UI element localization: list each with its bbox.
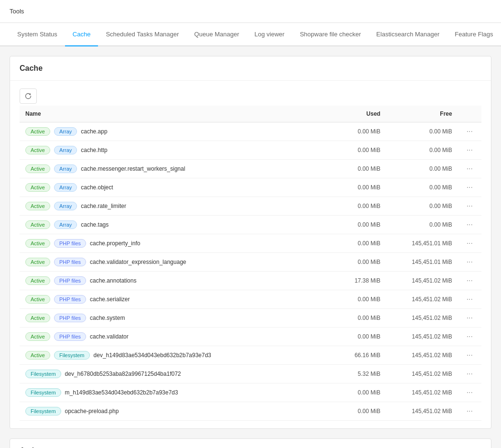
cell-used-15: 0.00 MiB [329, 402, 386, 421]
cell-actions-2: ··· [458, 160, 481, 178]
cell-actions-0: ··· [458, 122, 481, 141]
cell-used-0: 0.00 MiB [329, 122, 386, 141]
cell-actions-15: ··· [458, 402, 481, 421]
cache-card: Cache Name Used Free [10, 56, 491, 429]
cell-name-6: ActivePHP filescache.property_info [20, 234, 329, 253]
cell-free-3: 0.00 MiB [386, 178, 458, 197]
cache-entry-name: cache.validator_expression_language [90, 259, 186, 265]
cache-entry-name: cache.http [81, 147, 107, 153]
row-menu-button[interactable]: ··· [464, 331, 476, 342]
row-menu-button[interactable]: ··· [464, 126, 476, 137]
row-menu-button[interactable]: ··· [464, 387, 476, 398]
cell-actions-13: ··· [458, 365, 481, 383]
badge-active: Active [25, 332, 50, 341]
row-menu-button[interactable]: ··· [464, 182, 476, 193]
row-menu-button[interactable]: ··· [464, 369, 476, 379]
col-header-used: Used [329, 106, 386, 122]
row-menu-button[interactable]: ··· [464, 275, 476, 286]
table-row: ActiveArraycache.app0.00 MiB0.00 MiB··· [20, 122, 481, 141]
cell-free-10: 145,451.02 MiB [386, 309, 458, 328]
row-menu-button[interactable]: ··· [464, 257, 476, 267]
cell-used-8: 17.38 MiB [329, 272, 386, 290]
badge-type: Filesystem [54, 351, 90, 360]
row-menu-button[interactable]: ··· [464, 145, 476, 155]
top-nav-title: Tools [10, 8, 24, 15]
toolbar [20, 88, 481, 104]
tab-log-viewer[interactable]: Log viewer [247, 23, 292, 46]
cell-free-1: 0.00 MiB [386, 141, 458, 160]
cache-entry-name: dev_h149d83ae534d043ebd632b2b7a93e7d3 [94, 352, 211, 359]
badge-type: PHP files [54, 332, 86, 341]
badge-active: Active [25, 239, 50, 248]
row-menu-button[interactable]: ··· [464, 219, 476, 230]
cell-free-5: 0.00 MiB [386, 216, 458, 234]
tab-scheduled-tasks[interactable]: Scheduled Tasks Manager [98, 23, 186, 46]
row-menu-button[interactable]: ··· [464, 201, 476, 211]
cell-used-10: 0.00 MiB [329, 309, 386, 328]
cell-used-9: 0.00 MiB [329, 290, 386, 309]
cell-actions-4: ··· [458, 197, 481, 216]
cache-entry-name: cache.object [81, 184, 113, 191]
cell-name-5: ActiveArraycache.tags [20, 216, 329, 234]
cell-name-3: ActiveArraycache.object [20, 178, 329, 197]
cell-free-12: 145,451.02 MiB [386, 346, 458, 365]
table-row: ActiveArraycache.http0.00 MiB0.00 MiB··· [20, 141, 481, 160]
badge-type: Filesystem [25, 388, 61, 397]
table-row: ActivePHP filescache.validator_expressio… [20, 253, 481, 272]
badge-type: Array [54, 202, 77, 210]
cell-name-14: Filesystemm_h149d83ae534d043ebd632b2b7a9… [20, 383, 329, 402]
cell-actions-6: ··· [458, 234, 481, 253]
cell-actions-1: ··· [458, 141, 481, 160]
cell-free-11: 145,451.02 MiB [386, 328, 458, 346]
badge-active: Active [25, 220, 50, 229]
badge-type: Array [54, 146, 77, 154]
cell-actions-14: ··· [458, 383, 481, 402]
badge-type: PHP files [54, 314, 86, 322]
row-menu-button[interactable]: ··· [464, 350, 476, 361]
badge-active: Active [25, 164, 50, 173]
cell-name-0: ActiveArraycache.app [20, 122, 329, 141]
cell-free-0: 0.00 MiB [386, 122, 458, 141]
cache-entry-name: cache.system [90, 315, 125, 321]
cell-used-12: 66.16 MiB [329, 346, 386, 365]
top-nav: Tools [0, 0, 501, 23]
cell-free-13: 145,451.02 MiB [386, 365, 458, 383]
cache-table-container: Name Used Free ActiveArraycache.app0.00 … [20, 106, 481, 421]
cell-name-8: ActivePHP filescache.annotations [20, 272, 329, 290]
cell-free-14: 145,451.02 MiB [386, 383, 458, 402]
row-menu-button[interactable]: ··· [464, 313, 476, 323]
cell-used-14: 0.00 MiB [329, 383, 386, 402]
badge-active: Active [25, 183, 50, 192]
cache-entry-name: m_h149d83ae534d043ebd632b2b7a93e7d3 [65, 389, 178, 396]
row-menu-button[interactable]: ··· [464, 238, 476, 249]
cell-used-6: 0.00 MiB [329, 234, 386, 253]
cell-actions-9: ··· [458, 290, 481, 309]
row-menu-button[interactable]: ··· [464, 164, 476, 174]
tab-shopware-file-checker[interactable]: Shopware file checker [292, 23, 369, 46]
table-row: ActivePHP filescache.annotations17.38 Mi… [20, 272, 481, 290]
tab-feature-flags[interactable]: Feature Flags [447, 23, 501, 46]
tab-system-status[interactable]: System Status [10, 23, 65, 46]
badge-type: Array [54, 127, 77, 136]
table-row: ActivePHP filescache.validator0.00 MiB14… [20, 328, 481, 346]
cache-entry-name: cache.messenger.restart_workers_signal [81, 165, 185, 172]
cache-entry-name: cache.property_info [90, 240, 140, 247]
tab-nav: System StatusCacheScheduled Tasks Manage… [0, 23, 501, 46]
col-header-name: Name [20, 106, 329, 122]
cell-name-9: ActivePHP filescache.serializer [20, 290, 329, 309]
row-menu-button[interactable]: ··· [464, 406, 476, 416]
table-row: ActiveArraycache.object0.00 MiB0.00 MiB·… [20, 178, 481, 197]
table-row: Filesystemm_h149d83ae534d043ebd632b2b7a9… [20, 383, 481, 402]
badge-type: Array [54, 164, 77, 173]
tab-cache[interactable]: Cache [65, 23, 98, 46]
row-menu-button[interactable]: ··· [464, 294, 476, 305]
table-row: Filesystemopcache-preload.php0.00 MiB145… [20, 402, 481, 421]
tab-elasticsearch-manager[interactable]: Elasticsearch Manager [369, 23, 447, 46]
cell-used-13: 5.32 MiB [329, 365, 386, 383]
table-row: ActivePHP filescache.serializer0.00 MiB1… [20, 290, 481, 309]
badge-type: PHP files [54, 258, 86, 266]
refresh-button[interactable] [20, 88, 37, 104]
badge-type: Array [54, 183, 77, 192]
cache-entry-name: cache.tags [81, 221, 109, 228]
tab-queue-manager[interactable]: Queue Manager [186, 23, 247, 46]
